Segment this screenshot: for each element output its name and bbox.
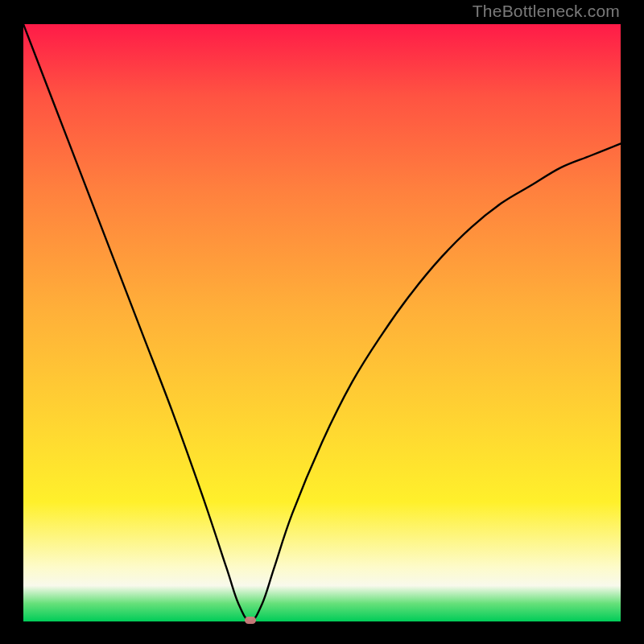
watermark-text: TheBottleneck.com (473, 2, 620, 21)
plot-area (23, 24, 621, 621)
chart-frame: TheBottleneck.com (0, 0, 644, 644)
bottleneck-curve (23, 24, 621, 621)
minimum-marker (245, 617, 256, 624)
